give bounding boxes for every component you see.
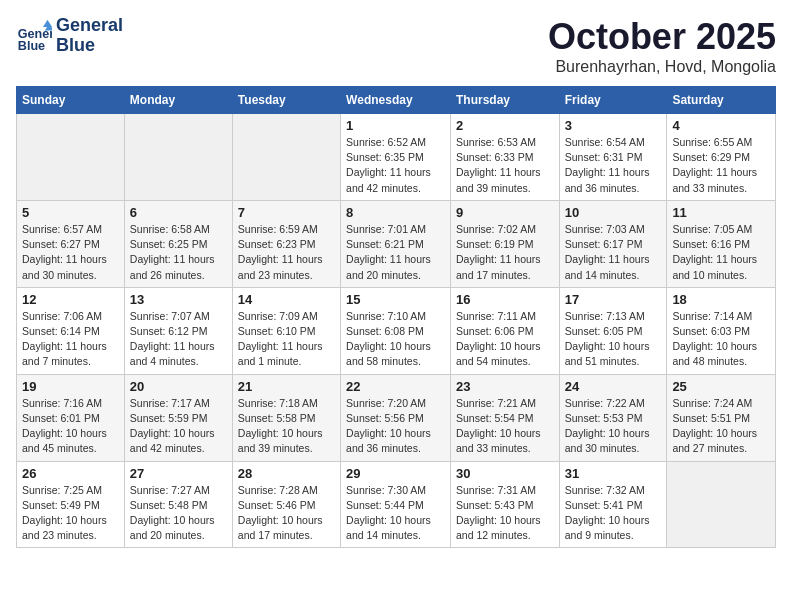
calendar-table: SundayMondayTuesdayWednesdayThursdayFrid…	[16, 86, 776, 548]
day-info: Sunrise: 7:01 AMSunset: 6:21 PMDaylight:…	[346, 222, 445, 283]
day-info: Sunrise: 7:10 AMSunset: 6:08 PMDaylight:…	[346, 309, 445, 370]
logo-text: General Blue	[56, 16, 123, 56]
day-number: 24	[565, 379, 662, 394]
calendar-cell	[232, 114, 340, 201]
calendar-cell: 17Sunrise: 7:13 AMSunset: 6:05 PMDayligh…	[559, 287, 667, 374]
calendar-cell: 30Sunrise: 7:31 AMSunset: 5:43 PMDayligh…	[450, 461, 559, 548]
day-info: Sunrise: 7:06 AMSunset: 6:14 PMDaylight:…	[22, 309, 119, 370]
day-info: Sunrise: 7:21 AMSunset: 5:54 PMDaylight:…	[456, 396, 554, 457]
day-info: Sunrise: 7:16 AMSunset: 6:01 PMDaylight:…	[22, 396, 119, 457]
day-number: 13	[130, 292, 227, 307]
day-number: 27	[130, 466, 227, 481]
title-block: October 2025 Burenhayrhan, Hovd, Mongoli…	[548, 16, 776, 76]
day-number: 15	[346, 292, 445, 307]
day-info: Sunrise: 7:18 AMSunset: 5:58 PMDaylight:…	[238, 396, 335, 457]
day-info: Sunrise: 7:14 AMSunset: 6:03 PMDaylight:…	[672, 309, 770, 370]
calendar-cell: 12Sunrise: 7:06 AMSunset: 6:14 PMDayligh…	[17, 287, 125, 374]
day-number: 23	[456, 379, 554, 394]
calendar-cell: 5Sunrise: 6:57 AMSunset: 6:27 PMDaylight…	[17, 200, 125, 287]
calendar-cell: 21Sunrise: 7:18 AMSunset: 5:58 PMDayligh…	[232, 374, 340, 461]
weekday-header: Wednesday	[341, 87, 451, 114]
page-header: General Blue General Blue October 2025 B…	[16, 16, 776, 76]
day-number: 12	[22, 292, 119, 307]
calendar-cell: 19Sunrise: 7:16 AMSunset: 6:01 PMDayligh…	[17, 374, 125, 461]
calendar-cell: 29Sunrise: 7:30 AMSunset: 5:44 PMDayligh…	[341, 461, 451, 548]
day-info: Sunrise: 6:53 AMSunset: 6:33 PMDaylight:…	[456, 135, 554, 196]
day-info: Sunrise: 7:17 AMSunset: 5:59 PMDaylight:…	[130, 396, 227, 457]
day-number: 10	[565, 205, 662, 220]
weekday-header: Sunday	[17, 87, 125, 114]
day-number: 20	[130, 379, 227, 394]
day-info: Sunrise: 7:13 AMSunset: 6:05 PMDaylight:…	[565, 309, 662, 370]
day-info: Sunrise: 7:25 AMSunset: 5:49 PMDaylight:…	[22, 483, 119, 544]
weekday-header: Thursday	[450, 87, 559, 114]
day-info: Sunrise: 7:03 AMSunset: 6:17 PMDaylight:…	[565, 222, 662, 283]
calendar-cell: 6Sunrise: 6:58 AMSunset: 6:25 PMDaylight…	[124, 200, 232, 287]
calendar-cell: 11Sunrise: 7:05 AMSunset: 6:16 PMDayligh…	[667, 200, 776, 287]
day-number: 1	[346, 118, 445, 133]
day-number: 30	[456, 466, 554, 481]
day-info: Sunrise: 7:09 AMSunset: 6:10 PMDaylight:…	[238, 309, 335, 370]
calendar-cell	[124, 114, 232, 201]
calendar-cell: 23Sunrise: 7:21 AMSunset: 5:54 PMDayligh…	[450, 374, 559, 461]
calendar-cell: 15Sunrise: 7:10 AMSunset: 6:08 PMDayligh…	[341, 287, 451, 374]
calendar-cell: 31Sunrise: 7:32 AMSunset: 5:41 PMDayligh…	[559, 461, 667, 548]
location-title: Burenhayrhan, Hovd, Mongolia	[548, 58, 776, 76]
day-info: Sunrise: 7:05 AMSunset: 6:16 PMDaylight:…	[672, 222, 770, 283]
calendar-week-row: 26Sunrise: 7:25 AMSunset: 5:49 PMDayligh…	[17, 461, 776, 548]
day-info: Sunrise: 7:28 AMSunset: 5:46 PMDaylight:…	[238, 483, 335, 544]
calendar-cell: 28Sunrise: 7:28 AMSunset: 5:46 PMDayligh…	[232, 461, 340, 548]
calendar-cell: 14Sunrise: 7:09 AMSunset: 6:10 PMDayligh…	[232, 287, 340, 374]
calendar-cell	[17, 114, 125, 201]
weekday-header: Saturday	[667, 87, 776, 114]
day-info: Sunrise: 7:11 AMSunset: 6:06 PMDaylight:…	[456, 309, 554, 370]
calendar-cell: 20Sunrise: 7:17 AMSunset: 5:59 PMDayligh…	[124, 374, 232, 461]
calendar-cell: 25Sunrise: 7:24 AMSunset: 5:51 PMDayligh…	[667, 374, 776, 461]
day-number: 21	[238, 379, 335, 394]
calendar-cell: 3Sunrise: 6:54 AMSunset: 6:31 PMDaylight…	[559, 114, 667, 201]
day-info: Sunrise: 7:02 AMSunset: 6:19 PMDaylight:…	[456, 222, 554, 283]
calendar-week-row: 19Sunrise: 7:16 AMSunset: 6:01 PMDayligh…	[17, 374, 776, 461]
day-number: 18	[672, 292, 770, 307]
day-info: Sunrise: 6:54 AMSunset: 6:31 PMDaylight:…	[565, 135, 662, 196]
calendar-week-row: 1Sunrise: 6:52 AMSunset: 6:35 PMDaylight…	[17, 114, 776, 201]
day-info: Sunrise: 6:59 AMSunset: 6:23 PMDaylight:…	[238, 222, 335, 283]
day-info: Sunrise: 6:55 AMSunset: 6:29 PMDaylight:…	[672, 135, 770, 196]
weekday-header: Monday	[124, 87, 232, 114]
calendar-cell: 22Sunrise: 7:20 AMSunset: 5:56 PMDayligh…	[341, 374, 451, 461]
calendar-cell: 4Sunrise: 6:55 AMSunset: 6:29 PMDaylight…	[667, 114, 776, 201]
day-number: 25	[672, 379, 770, 394]
day-info: Sunrise: 7:27 AMSunset: 5:48 PMDaylight:…	[130, 483, 227, 544]
calendar-cell: 16Sunrise: 7:11 AMSunset: 6:06 PMDayligh…	[450, 287, 559, 374]
calendar-cell: 24Sunrise: 7:22 AMSunset: 5:53 PMDayligh…	[559, 374, 667, 461]
day-number: 3	[565, 118, 662, 133]
day-number: 11	[672, 205, 770, 220]
day-number: 8	[346, 205, 445, 220]
day-number: 4	[672, 118, 770, 133]
day-number: 26	[22, 466, 119, 481]
day-number: 6	[130, 205, 227, 220]
day-number: 22	[346, 379, 445, 394]
weekday-header-row: SundayMondayTuesdayWednesdayThursdayFrid…	[17, 87, 776, 114]
day-info: Sunrise: 7:31 AMSunset: 5:43 PMDaylight:…	[456, 483, 554, 544]
day-info: Sunrise: 7:30 AMSunset: 5:44 PMDaylight:…	[346, 483, 445, 544]
day-number: 2	[456, 118, 554, 133]
day-info: Sunrise: 6:52 AMSunset: 6:35 PMDaylight:…	[346, 135, 445, 196]
day-number: 14	[238, 292, 335, 307]
calendar-cell	[667, 461, 776, 548]
day-number: 31	[565, 466, 662, 481]
calendar-cell: 8Sunrise: 7:01 AMSunset: 6:21 PMDaylight…	[341, 200, 451, 287]
calendar-cell: 7Sunrise: 6:59 AMSunset: 6:23 PMDaylight…	[232, 200, 340, 287]
calendar-cell: 10Sunrise: 7:03 AMSunset: 6:17 PMDayligh…	[559, 200, 667, 287]
svg-text:Blue: Blue	[18, 39, 45, 53]
weekday-header: Tuesday	[232, 87, 340, 114]
day-info: Sunrise: 6:57 AMSunset: 6:27 PMDaylight:…	[22, 222, 119, 283]
day-number: 19	[22, 379, 119, 394]
day-number: 7	[238, 205, 335, 220]
logo-icon: General Blue	[16, 18, 52, 54]
day-info: Sunrise: 7:22 AMSunset: 5:53 PMDaylight:…	[565, 396, 662, 457]
day-info: Sunrise: 7:24 AMSunset: 5:51 PMDaylight:…	[672, 396, 770, 457]
calendar-cell: 26Sunrise: 7:25 AMSunset: 5:49 PMDayligh…	[17, 461, 125, 548]
day-number: 17	[565, 292, 662, 307]
day-info: Sunrise: 7:20 AMSunset: 5:56 PMDaylight:…	[346, 396, 445, 457]
